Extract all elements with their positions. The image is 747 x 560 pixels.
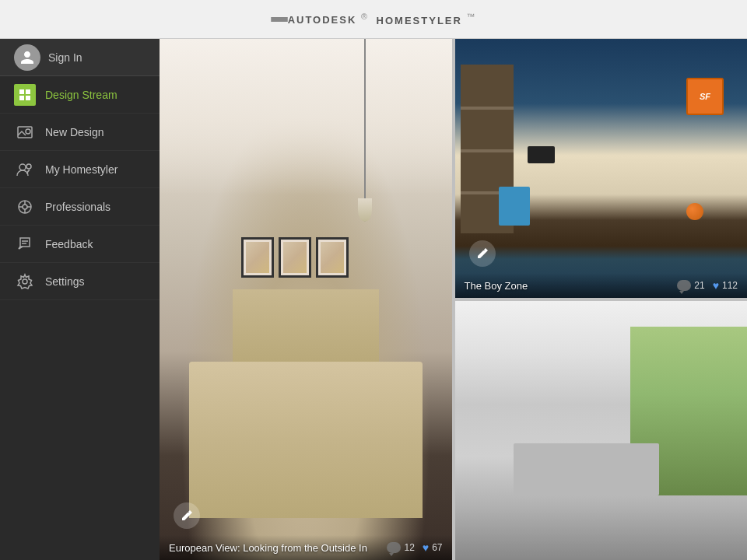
title-prefix: AUTODESK [288, 15, 357, 26]
pendant-lamp [364, 39, 366, 222]
sidebar: Sign In Design Stream New Design [0, 39, 160, 560]
design-stream-label: Design Stream [45, 89, 117, 101]
signin-label: Sign In [48, 51, 82, 64]
sidebar-item-new-design[interactable]: New Design [0, 114, 160, 151]
edit-icon-2 [476, 247, 489, 260]
professionals-icon [14, 196, 36, 218]
edit-badge-2[interactable] [469, 240, 496, 267]
heart-icon: ♥ [423, 541, 429, 554]
sidebar-item-my-homestyler[interactable]: My Homestyler [0, 151, 160, 188]
modern-sofa [514, 443, 660, 495]
card1-likes: ♥ 67 [423, 541, 443, 554]
card1-like-count: 67 [432, 542, 442, 553]
design-card-boyzone[interactable]: SF The Boy Zone 21 ♥ 112 [455, 39, 748, 298]
app-title: AUTODESK ® HOMESTYLER ™ [288, 12, 477, 26]
shelf-1 [461, 107, 514, 110]
svg-point-7 [26, 164, 31, 169]
card2-title: The Boy Zone [465, 280, 528, 292]
svg-point-9 [23, 205, 27, 209]
svg-point-14 [23, 279, 27, 284]
svg-rect-1 [26, 89, 30, 94]
title-main: HOMESTYLER [377, 15, 462, 26]
my-homestyler-icon [14, 159, 36, 180]
my-homestyler-label: My Homestyler [45, 163, 117, 176]
art-frame-3 [316, 237, 349, 278]
new-design-icon [14, 121, 36, 143]
feedback-icon [14, 233, 36, 255]
art-frame-1 [241, 237, 274, 278]
menu-button[interactable] [271, 17, 288, 22]
svg-rect-3 [26, 96, 30, 100]
card1-comments: 12 [387, 542, 414, 553]
comment-bubble-icon-2 [677, 280, 691, 291]
card2-overlay: The Boy Zone 21 ♥ 112 [455, 273, 748, 298]
heart-icon-2: ♥ [713, 279, 719, 292]
menu-bar-3 [271, 20, 288, 22]
design-stream-icon [14, 84, 36, 106]
title-super: ® [361, 12, 369, 21]
new-design-label: New Design [45, 126, 103, 138]
card1-stats: 12 ♥ 67 [387, 541, 442, 554]
bed [189, 362, 423, 518]
edit-badge[interactable] [174, 502, 200, 529]
card1-overlay: European View: Looking from the Outside … [160, 535, 452, 560]
main-content: European View: Looking from the Outside … [160, 39, 747, 560]
svg-rect-2 [19, 96, 24, 100]
design-card-modern[interactable] [455, 301, 748, 560]
settings-icon [14, 271, 36, 292]
card2-comment-count: 21 [694, 280, 704, 291]
sidebar-item-professionals[interactable]: Professionals [0, 188, 160, 226]
svg-point-6 [19, 164, 26, 170]
bed-headboard [233, 289, 379, 368]
sf-giants-badge: SF [686, 78, 724, 115]
avatar [14, 44, 40, 71]
sidebar-item-feedback[interactable]: Feedback [0, 226, 160, 263]
svg-point-5 [26, 129, 30, 134]
basketball [686, 203, 703, 220]
sidebar-item-design-stream[interactable]: Design Stream [0, 76, 160, 114]
edit-icon [181, 509, 193, 522]
svg-rect-0 [19, 89, 24, 94]
shelf-2 [461, 149, 514, 152]
card1-comment-count: 12 [404, 542, 414, 553]
card2-comments: 21 [677, 280, 704, 291]
settings-label: Settings [45, 275, 85, 288]
card2-stats: 21 ♥ 112 [677, 279, 738, 292]
sidebar-item-signin[interactable]: Sign In [0, 39, 160, 76]
user-icon [19, 50, 35, 65]
feedback-label: Feedback [45, 238, 93, 250]
card2-likes: ♥ 112 [713, 279, 738, 292]
wall-frames [241, 237, 349, 278]
card1-title: European View: Looking from the Outside … [169, 542, 367, 554]
card2-like-count: 112 [722, 280, 738, 291]
app-header: AUTODESK ® HOMESTYLER ™ [0, 0, 747, 39]
comment-bubble-icon [387, 542, 401, 553]
monitor [528, 146, 555, 163]
professionals-label: Professionals [45, 201, 110, 213]
blue-chair [499, 187, 530, 226]
sidebar-item-settings[interactable]: Settings [0, 263, 160, 300]
art-frame-2 [279, 237, 311, 278]
design-card-bedroom[interactable]: European View: Looking from the Outside … [160, 39, 452, 560]
title-trademark: ™ [467, 12, 477, 21]
